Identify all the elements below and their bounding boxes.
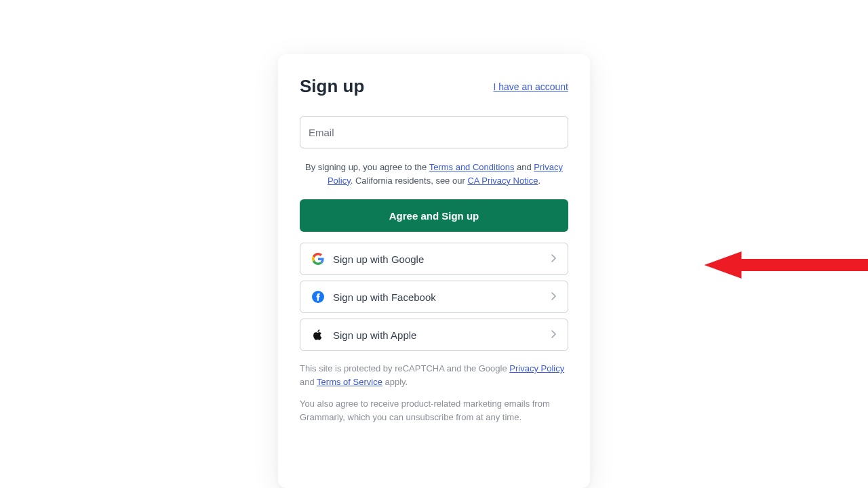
email-field[interactable]: Email xyxy=(300,116,568,148)
have-account-link[interactable]: I have an account xyxy=(493,81,568,92)
legal-suffix: . xyxy=(538,176,540,186)
chevron-right-icon xyxy=(551,329,557,341)
legal-prefix: By signing up, you agree to the xyxy=(305,162,429,172)
chevron-right-icon xyxy=(551,253,557,265)
footer-and: and xyxy=(300,377,317,387)
marketing-text: You also agree to receive product-relate… xyxy=(300,397,568,424)
chevron-right-icon xyxy=(551,291,557,303)
apple-button-label: Sign up with Apple xyxy=(333,329,551,341)
google-icon xyxy=(311,252,325,266)
google-privacy-link[interactable]: Privacy Policy xyxy=(509,363,564,373)
footer-text: This site is protected by reCAPTCHA and … xyxy=(300,362,568,425)
legal-ca-prefix: . California residents, see our xyxy=(351,176,468,186)
recaptcha-prefix: This site is protected by reCAPTCHA and … xyxy=(300,363,509,373)
signup-facebook-button[interactable]: Sign up with Facebook xyxy=(300,281,568,313)
header-row: Sign up I have an account xyxy=(300,76,568,97)
svg-marker-1 xyxy=(705,251,869,279)
facebook-icon xyxy=(311,290,325,304)
agree-signup-button[interactable]: Agree and Sign up xyxy=(300,199,568,232)
google-button-label: Sign up with Google xyxy=(333,253,551,265)
legal-text: By signing up, you agree to the Terms an… xyxy=(300,161,568,187)
facebook-button-label: Sign up with Facebook xyxy=(333,291,551,303)
signup-card: Sign up I have an account Email By signi… xyxy=(278,54,590,488)
legal-and: and xyxy=(514,162,534,172)
page-title: Sign up xyxy=(300,76,364,97)
signup-google-button[interactable]: Sign up with Google xyxy=(300,243,568,275)
terms-link[interactable]: Terms and Conditions xyxy=(429,162,515,172)
email-placeholder: Email xyxy=(309,127,334,138)
google-tos-link[interactable]: Terms of Service xyxy=(317,377,382,387)
apple-icon xyxy=(311,328,325,342)
annotation-arrow xyxy=(704,251,868,279)
recaptcha-suffix: apply. xyxy=(382,377,408,387)
ca-privacy-link[interactable]: CA Privacy Notice xyxy=(467,176,538,186)
signup-apple-button[interactable]: Sign up with Apple xyxy=(300,319,568,351)
